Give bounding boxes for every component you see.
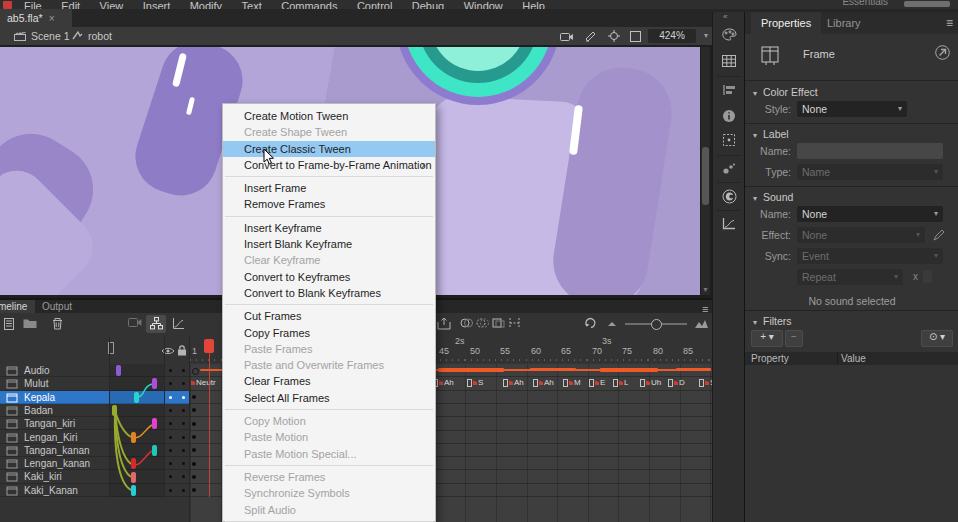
delete-layer-icon[interactable] xyxy=(52,317,63,330)
frame-step-icon[interactable] xyxy=(607,321,617,327)
stage-zoom-select[interactable]: 424% xyxy=(648,29,696,43)
style-select[interactable]: None xyxy=(797,101,907,117)
menu-item-copy-frames[interactable]: Copy Frames xyxy=(223,325,435,341)
timeline-menu-icon[interactable]: ≡ xyxy=(702,303,708,315)
menu-modify[interactable]: Modify xyxy=(190,0,222,9)
close-icon[interactable] xyxy=(43,12,55,24)
menu-insert[interactable]: Insert xyxy=(143,0,171,9)
info-panel-icon[interactable] xyxy=(722,109,736,123)
parent-bar-tangan-kiri[interactable] xyxy=(152,418,157,429)
section-label[interactable]: Label xyxy=(753,128,789,140)
lipsync-keyframe[interactable]: S xyxy=(467,378,483,389)
swatches-panel-icon[interactable] xyxy=(722,55,736,67)
history-graph-panel-icon[interactable] xyxy=(722,217,736,230)
menu-item-convert-frame-by-frame[interactable]: Convert to Frame-by-Frame Animation xyxy=(223,157,435,173)
lipsync-keyframe[interactable]: L xyxy=(613,378,628,389)
search-input[interactable] xyxy=(904,1,950,7)
tab-properties[interactable]: Properties xyxy=(751,12,821,34)
filter-options-button[interactable]: ⊙ ▾ xyxy=(921,330,953,347)
parent-bar-audio[interactable] xyxy=(116,365,121,376)
label-name-input[interactable] xyxy=(797,143,943,159)
collapse-panels-icon[interactable]: « xyxy=(723,12,727,21)
parent-bar-kaki-kanan[interactable] xyxy=(131,485,136,496)
new-layer-icon[interactable] xyxy=(3,317,16,330)
menu-item-create-motion-tween[interactable]: Create Motion Tween xyxy=(223,108,435,124)
remove-filter-button[interactable]: − xyxy=(785,330,803,347)
sound-name-select[interactable]: None xyxy=(797,206,943,222)
onion-skin-icon[interactable] xyxy=(460,317,473,329)
menu-window[interactable]: Window xyxy=(464,0,503,9)
stage-vertical-scrollbar[interactable]: ▼ xyxy=(701,47,710,295)
lipsync-keyframe[interactable]: Ah xyxy=(533,378,554,389)
section-filters[interactable]: Filters xyxy=(753,315,792,327)
graph-editor-icon[interactable] xyxy=(172,317,185,330)
align-panel-icon[interactable] xyxy=(722,84,736,96)
color-panel-icon[interactable] xyxy=(722,28,737,41)
lipsync-keyframe[interactable]: D xyxy=(668,378,685,389)
center-stage-icon[interactable] xyxy=(608,30,620,42)
menu-commands[interactable]: Commands xyxy=(281,0,337,9)
section-sound[interactable]: Sound xyxy=(753,191,793,203)
parent-bar-kaki-kiri[interactable] xyxy=(131,472,136,483)
loop-playback-icon[interactable] xyxy=(584,317,598,330)
tab-library[interactable]: Library xyxy=(817,12,871,34)
menu-file[interactable]: File xyxy=(24,0,42,9)
menu-edit[interactable]: Edit xyxy=(61,0,80,9)
lipsync-keyframe[interactable]: M xyxy=(563,378,581,389)
clip-content-icon[interactable] xyxy=(630,31,641,42)
panel-menu-icon[interactable]: ≡ xyxy=(946,16,953,30)
menu-item-insert-keyframe[interactable]: Insert Keyframe xyxy=(223,220,435,236)
menu-control[interactable]: Control xyxy=(357,0,392,9)
scrollbar-thumb[interactable] xyxy=(702,147,709,205)
menu-item-create-classic-tween[interactable]: Create Classic Tween xyxy=(223,141,435,157)
section-color-effect[interactable]: Color Effect xyxy=(753,86,818,98)
parent-bar-kepala[interactable] xyxy=(134,392,139,403)
menu-item-insert-blank-keyframe[interactable]: Insert Blank Keyframe xyxy=(223,236,435,252)
breadcrumb-scene[interactable]: Scene 1 xyxy=(31,27,70,45)
playhead[interactable] xyxy=(204,339,214,353)
menu-item-clear-frames[interactable]: Clear Frames xyxy=(223,373,435,389)
timeline-zoom-knob[interactable] xyxy=(651,319,662,330)
edit-multiple-frames-icon[interactable] xyxy=(492,317,505,329)
transform-panel-icon[interactable] xyxy=(722,133,736,147)
breadcrumb-symbol[interactable]: robot xyxy=(88,27,112,45)
edit-symbols-icon[interactable] xyxy=(585,31,596,42)
tab-timeline[interactable]: Timeline xyxy=(0,300,35,313)
lipsync-keyframe[interactable]: Uh xyxy=(640,378,661,389)
parent-bar-tangan-kanan[interactable] xyxy=(152,445,157,456)
menu-item-convert-to-keyframes[interactable]: Convert to Keyframes xyxy=(223,269,435,285)
menu-text[interactable]: Text xyxy=(242,0,262,9)
menu-item-select-all-frames[interactable]: Select All Frames xyxy=(223,390,435,406)
menu-item-cut-frames[interactable]: Cut Frames xyxy=(223,308,435,324)
parent-bar-badan[interactable] xyxy=(112,405,117,416)
workspace-switcher[interactable]: Essentials xyxy=(842,0,888,7)
lipsync-keyframe[interactable]: Ah xyxy=(503,378,524,389)
parent-bar-lengan-kanan[interactable] xyxy=(131,458,136,469)
parent-bar-lengan-kiri[interactable] xyxy=(131,432,136,443)
parent-bar-mulut[interactable] xyxy=(152,378,157,389)
lipsync-keyframe[interactable]: Ah xyxy=(433,378,454,389)
menu-debug[interactable]: Debug xyxy=(412,0,444,9)
accessibility-icon[interactable] xyxy=(935,45,950,60)
camera-icon[interactable] xyxy=(560,32,573,41)
menu-item-convert-to-blank-keyframes[interactable]: Convert to Blank Keyframes xyxy=(223,285,435,301)
menu-help[interactable]: Help xyxy=(522,0,545,9)
lock-icon[interactable] xyxy=(177,345,187,356)
add-filter-button[interactable]: + ▾ xyxy=(751,330,783,347)
tab-output[interactable]: Output xyxy=(34,300,80,313)
export-frames-icon[interactable] xyxy=(437,317,451,330)
new-folder-icon[interactable] xyxy=(23,317,37,329)
camera-layer-icon[interactable] xyxy=(128,317,142,327)
lipsync-keyframe[interactable]: Neutr xyxy=(191,378,221,389)
lipsync-keyframe[interactable]: E xyxy=(589,378,605,389)
menu-view[interactable]: View xyxy=(100,0,124,9)
scroll-down-icon[interactable]: ▼ xyxy=(702,286,709,293)
modify-markers-icon[interactable] xyxy=(508,317,521,329)
menu-item-insert-frame[interactable]: Insert Frame xyxy=(223,180,435,196)
onion-skin-outlines-icon[interactable] xyxy=(476,317,489,329)
brush-library-panel-icon[interactable] xyxy=(722,162,736,175)
document-tab[interactable]: ab5.fla* xyxy=(0,9,72,27)
timeline-zoom-max-icon[interactable] xyxy=(694,317,709,329)
menu-item-remove-frames[interactable]: Remove Frames xyxy=(223,196,435,212)
cc-libraries-panel-icon[interactable] xyxy=(722,189,737,204)
